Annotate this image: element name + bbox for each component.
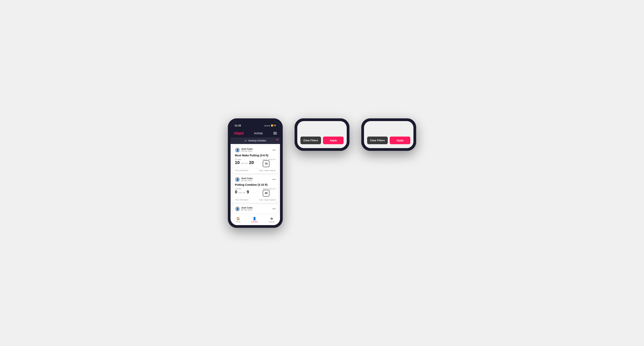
activity-list-1: Josh Coles 28 Feb 2023 ••• Must Make Put… (230, 146, 280, 213)
activity-header-3: Josh Coles 28 Feb 2023 ••• (235, 206, 276, 211)
user-date-2: 28 Feb 2023 (241, 179, 253, 182)
nav-title-1: Activity (254, 132, 263, 135)
activity-stats-1: Score 10 OUT OF 20 Shot Quality 75 (235, 159, 276, 167)
user-name-1: Josh Coles (241, 148, 253, 150)
clear-filters-3[interactable]: Clear Filters (367, 137, 388, 144)
filter-footer-3: Clear Filters Apply (367, 137, 410, 144)
avatar-2 (235, 177, 240, 182)
status-icons-1: ▲▲▲ 📶 51 (264, 124, 276, 127)
out-of-2: OUT OF (238, 192, 245, 194)
user-info-2: Josh Coles 28 Feb 2023 (235, 177, 253, 182)
nav-capture-1[interactable]: ⊕ Capture (268, 217, 275, 223)
activity-item-3[interactable]: Josh Coles 28 Feb 2023 ••• (232, 204, 278, 213)
hamburger-menu-1[interactable] (273, 132, 277, 134)
out-of-1: OUT OF (241, 163, 248, 164)
nav-activities-1[interactable]: 👤 Activities (251, 217, 258, 223)
user-info-3: Josh Coles 28 Feb 2023 (235, 206, 253, 211)
app-logo-1: clippd (234, 131, 244, 135)
user-date-1: 28 Feb 2023 (241, 150, 253, 152)
avatar-img-3 (235, 206, 240, 211)
user-info-1: Josh Coles 28 Feb 2023 (235, 148, 253, 153)
activity-header-2: Josh Coles 28 Feb 2023 ••• (235, 177, 276, 182)
sq-label-2: Shot Quality (263, 188, 276, 190)
filter-icon-1: ⚙ (244, 139, 247, 142)
shots-value-1: 20 (249, 161, 254, 165)
notification-dot-1 (276, 139, 278, 141)
activity-item-1[interactable]: Josh Coles 28 Feb 2023 ••• Must Make Put… (232, 146, 278, 173)
activity-title-2: Putting Combine (3-15 ft) (235, 183, 276, 186)
shots-value-2: 9 (247, 190, 249, 194)
wifi-icon: 📶 (271, 124, 273, 127)
phones-container: 11:33 ▲▲▲ 📶 51 clippd Activity ⚙ View (228, 118, 416, 228)
dynamic-island-1 (244, 123, 261, 128)
time-1: 11:33 (234, 124, 241, 127)
activity-title-1: Must Make Putting (3-6 ft) (235, 154, 276, 157)
data-source-2: Data: Clippd Capture (259, 199, 276, 201)
activity-header-1: Josh Coles 28 Feb 2023 ••• (235, 148, 276, 153)
score-value-1: 10 (235, 161, 240, 165)
sq-label-1: Shot Quality (263, 159, 276, 161)
filter-overlay-3: Filter ✕ Show Rounds Practice Drills Pra… (364, 121, 414, 148)
nav-home-1[interactable]: 🏠 Home (236, 217, 240, 223)
info-2: ℹTest Information (235, 199, 248, 201)
apply-button-2[interactable]: Apply (323, 137, 344, 144)
phone-2: 11:33 ▲▲▲ 📶 51 clippd Activity Viewing A… (294, 118, 350, 151)
phone-3: 11:33 ▲▲▲ 📶 51 clippd Activity Viewing A… (361, 118, 416, 151)
activity-footer-1: ℹTest Information Data: Clippd Capture (235, 168, 276, 172)
user-name-2: Josh Coles (241, 177, 253, 179)
user-date-3: 28 Feb 2023 (241, 209, 253, 211)
shot-quality-2: 45 (263, 190, 270, 196)
filter-footer-2: Clear Filters Apply (300, 137, 344, 144)
avatar-1 (235, 148, 240, 153)
filter-sheet-2: Filter ✕ Show Rounds Practice Drills Rou… (297, 121, 347, 148)
signal-icon: ▲▲▲ (264, 124, 270, 127)
viewing-label-1: Viewing Activities (248, 139, 266, 142)
score-value-2: 0 (235, 190, 237, 194)
avatar-3 (235, 206, 240, 211)
shot-quality-1: 75 (263, 161, 270, 167)
capture-icon-1: ⊕ (270, 217, 273, 220)
avatar-img-1 (235, 148, 240, 153)
viewing-banner-1[interactable]: ⚙ Viewing Activities (230, 137, 280, 144)
filter-sheet-3: Filter ✕ Show Rounds Practice Drills Pra… (364, 121, 414, 148)
apply-button-3[interactable]: Apply (390, 137, 410, 144)
bottom-nav-1: 🏠 Home 👤 Activities ⊕ Capture (230, 215, 280, 225)
info-1: ℹTest Information (235, 170, 248, 172)
more-dots-3[interactable]: ••• (272, 207, 276, 211)
avatar-img-2 (235, 177, 240, 182)
activity-item-2[interactable]: Josh Coles 28 Feb 2023 ••• Putting Combi… (232, 175, 278, 203)
home-label-1: Home (236, 221, 240, 223)
capture-label-1: Capture (268, 221, 275, 223)
activity-footer-2: ℹTest Information Data: Clippd Capture (235, 198, 276, 201)
battery-display: 51 (274, 124, 276, 127)
user-name-3: Josh Coles (241, 206, 253, 209)
more-dots-1[interactable]: ••• (272, 148, 276, 152)
data-source-1: Data: Clippd Capture (259, 170, 276, 172)
activity-stats-2: Score 0 OUT OF 9 Shot Quality 45 (235, 188, 276, 196)
status-bar-1: 11:33 ▲▲▲ 📶 51 (230, 121, 280, 129)
filter-overlay-2: Filter ✕ Show Rounds Practice Drills Rou… (297, 121, 347, 148)
more-dots-2[interactable]: ••• (272, 178, 276, 181)
phone-1: 11:33 ▲▲▲ 📶 51 clippd Activity ⚙ View (228, 118, 283, 228)
activities-icon-1: 👤 (252, 217, 256, 220)
home-icon-1: 🏠 (236, 217, 240, 220)
nav-bar-1: clippd Activity (230, 129, 280, 137)
clear-filters-2[interactable]: Clear Filters (300, 137, 321, 144)
activities-label-1: Activities (251, 221, 258, 223)
